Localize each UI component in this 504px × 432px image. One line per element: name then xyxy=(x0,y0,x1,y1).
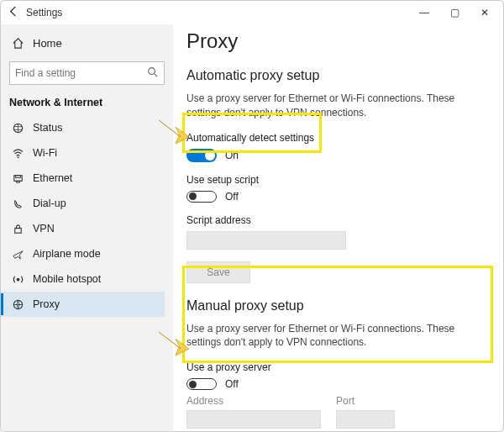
close-button[interactable]: ✕ xyxy=(470,1,500,24)
auto-detect-state: On xyxy=(225,150,239,161)
sidebar-item-label: VPN xyxy=(33,223,55,234)
sidebar-category: Network & Internet xyxy=(9,97,165,108)
sidebar-item-dialup[interactable]: Dial-up xyxy=(1,191,165,216)
sidebar-item-proxy[interactable]: Proxy xyxy=(1,292,165,317)
ethernet-icon xyxy=(9,172,26,185)
status-icon xyxy=(9,122,26,134)
sidebar-item-label: Mobile hotspot xyxy=(33,273,101,285)
hotspot-icon xyxy=(9,273,26,286)
window-title: Settings xyxy=(26,7,62,18)
auto-detect-toggle[interactable] xyxy=(186,149,217,162)
svg-rect-5 xyxy=(16,181,19,182)
sidebar-item-vpn[interactable]: VPN xyxy=(1,216,165,241)
page-title: Proxy xyxy=(186,29,490,53)
svg-point-7 xyxy=(16,277,19,281)
auto-heading: Automatic proxy setup xyxy=(186,68,490,83)
manual-description: Use a proxy server for Ethernet or Wi-Fi… xyxy=(186,322,480,350)
home-icon xyxy=(9,37,26,50)
use-proxy-label: Use a proxy server xyxy=(186,361,490,373)
svg-point-0 xyxy=(149,68,155,75)
sidebar-item-ethernet[interactable]: Ethernet xyxy=(1,166,165,191)
sidebar-item-status[interactable]: Status xyxy=(1,115,165,140)
proxy-icon xyxy=(9,298,26,311)
manual-heading: Manual proxy setup xyxy=(186,298,490,313)
auto-description: Use a proxy server for Ethernet or Wi-Fi… xyxy=(186,92,480,120)
sidebar-item-label: Wi-Fi xyxy=(33,147,57,159)
save-button[interactable]: Save xyxy=(186,261,250,283)
dialup-icon xyxy=(9,198,26,210)
sidebar-item-home[interactable]: Home xyxy=(9,29,165,56)
airplane-icon xyxy=(9,248,26,261)
sidebar-item-hotspot[interactable]: Mobile hotspot xyxy=(1,266,165,292)
maximize-button[interactable]: ▢ xyxy=(439,1,470,24)
svg-rect-4 xyxy=(15,175,20,177)
sidebar-item-wifi[interactable]: Wi-Fi xyxy=(1,140,165,166)
sidebar-item-airplane[interactable]: Airplane mode xyxy=(1,241,165,266)
address-input[interactable] xyxy=(186,410,321,429)
vpn-icon xyxy=(9,223,26,235)
sidebar-item-label: Dial-up xyxy=(33,198,66,209)
use-script-label: Use setup script xyxy=(186,174,490,186)
sidebar-item-label: Proxy xyxy=(33,298,60,310)
script-address-label: Script address xyxy=(186,214,490,226)
script-address-input[interactable] xyxy=(186,231,346,250)
svg-point-2 xyxy=(17,156,18,158)
use-proxy-state: Off xyxy=(225,378,239,390)
port-input[interactable] xyxy=(336,410,395,429)
back-button[interactable] xyxy=(4,5,23,20)
use-script-state: Off xyxy=(225,191,239,203)
svg-rect-6 xyxy=(14,228,21,233)
port-label: Port xyxy=(336,395,395,407)
sidebar-item-label: Ethernet xyxy=(33,172,72,184)
minimize-button[interactable]: — xyxy=(409,1,439,24)
search-input[interactable] xyxy=(15,67,146,79)
sidebar-item-label: Status xyxy=(33,122,62,134)
search-icon xyxy=(146,66,159,81)
sidebar-item-label: Airplane mode xyxy=(33,248,101,260)
address-label: Address xyxy=(186,395,321,407)
search-input-container[interactable] xyxy=(9,61,165,85)
sidebar-home-label: Home xyxy=(33,37,62,50)
wifi-icon xyxy=(9,147,26,160)
use-proxy-toggle[interactable] xyxy=(186,378,217,390)
auto-detect-label: Automatically detect settings xyxy=(186,132,490,144)
use-script-toggle[interactable] xyxy=(186,191,217,203)
